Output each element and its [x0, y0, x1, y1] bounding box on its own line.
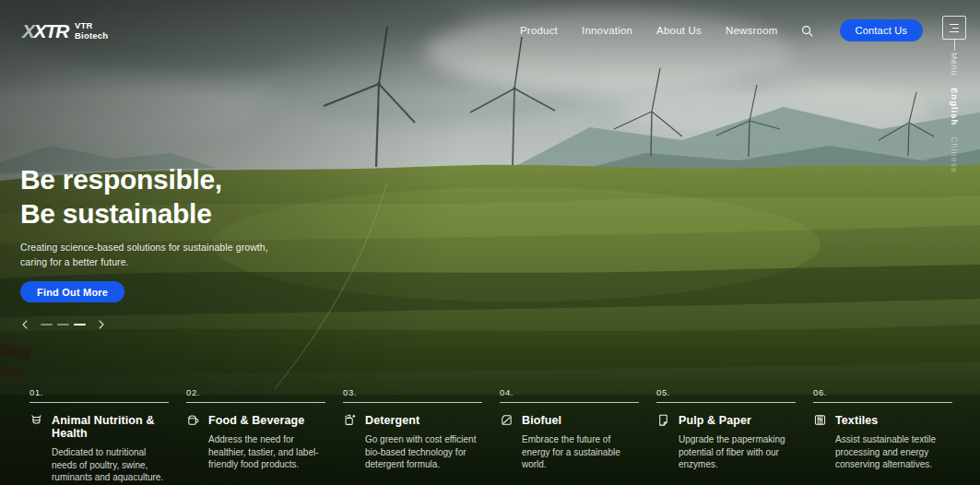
rail-divider: [954, 40, 955, 51]
category-number: 06.: [813, 387, 952, 397]
logo-name: VTR Biotech: [75, 21, 108, 41]
carousel-indicators: [41, 324, 86, 325]
category-food-beverage[interactable]: 02. Food & Beverage Address the need for…: [186, 387, 325, 484]
menu-label: Menu: [950, 53, 959, 76]
hero-section: Be responsible, Be sustainable Creating …: [20, 162, 417, 330]
chevron-right-icon[interactable]: [97, 319, 106, 330]
category-description: Address the need for healthier, tastier,…: [208, 433, 325, 471]
detergent-bottle-icon: [343, 413, 357, 427]
search-icon[interactable]: [798, 22, 816, 40]
brand-logo[interactable]: XXTR VTR Biotech: [22, 21, 108, 41]
fabric-icon: [813, 413, 827, 427]
hero-title-line1: Be responsible,: [20, 162, 417, 196]
category-rule: [186, 402, 325, 403]
hero-subtitle: Creating science-based solutions for sus…: [20, 240, 417, 269]
carousel-dash-1[interactable]: [41, 324, 53, 325]
carousel-dash-3[interactable]: [74, 324, 86, 325]
category-title: Detergent: [365, 414, 419, 427]
find-out-more-button[interactable]: Find Out More: [20, 281, 124, 302]
category-rule: [343, 402, 482, 403]
landing-page: XXTR VTR Biotech Product Innovation Abou…: [0, 0, 980, 485]
mug-icon: [186, 413, 200, 427]
language-chinese[interactable]: Chinese: [950, 136, 959, 173]
category-description: Upgrade the papermaking potential of fib…: [679, 433, 796, 471]
hero-title-line2: Be sustainable: [20, 196, 417, 231]
category-animal-nutrition[interactable]: 01. Animal Nutrition & Health Dedicated …: [30, 387, 169, 484]
language-english[interactable]: English: [950, 88, 960, 125]
nav-item-about-us[interactable]: About Us: [656, 19, 702, 41]
hamburger-menu-icon[interactable]: [942, 16, 966, 40]
category-rule: [813, 402, 952, 403]
nav-item-newsroom[interactable]: Newsroom: [726, 19, 778, 41]
contact-us-button[interactable]: Contact Us: [840, 19, 923, 41]
hero-subtitle-line2: caring for a better future.: [20, 254, 417, 269]
category-rule: [656, 402, 796, 403]
category-description: Dedicated to nutritional needs of poultr…: [52, 446, 169, 484]
chevron-left-icon[interactable]: [20, 319, 30, 330]
nav-item-product[interactable]: Product: [520, 19, 558, 41]
carousel-dash-2[interactable]: [57, 324, 69, 325]
logo-name-line2: Biotech: [75, 31, 108, 41]
category-description: Go green with cost efficient bio-based t…: [365, 433, 482, 471]
category-title: Food & Beverage: [208, 414, 304, 427]
main-nav: Product Innovation About Us Newsroom Con…: [520, 19, 923, 41]
category-biofuel[interactable]: 04. Biofuel Embrace the future of energy…: [500, 387, 639, 484]
category-textiles[interactable]: 06. Textiles Assist sustainable textile …: [813, 387, 952, 484]
category-rule: [500, 402, 639, 403]
category-pulp-paper[interactable]: 05. Pulp & Paper Upgrade the papermaking…: [656, 387, 796, 484]
logo-mark: XXTR: [22, 22, 68, 41]
category-title: Textiles: [835, 414, 878, 427]
category-title: Pulp & Paper: [679, 414, 751, 427]
category-number: 01.: [30, 387, 169, 397]
side-rail: Menu English Chinese: [937, 16, 972, 173]
carousel-controls: [20, 319, 417, 330]
logo-name-line1: VTR: [75, 21, 108, 31]
category-description: Embrace the future of energy for a susta…: [522, 433, 639, 471]
category-title: Animal Nutrition & Health: [52, 414, 169, 440]
fuel-can-icon: [500, 413, 514, 427]
hero-title: Be responsible, Be sustainable: [20, 162, 417, 231]
category-detergent[interactable]: 03. Detergent Go green with cost efficie…: [343, 387, 482, 484]
category-number: 03.: [343, 387, 482, 397]
hero-subtitle-line1: Creating science-based solutions for sus…: [20, 240, 417, 254]
category-rule: [30, 402, 169, 403]
category-title: Biofuel: [522, 414, 561, 427]
nav-item-innovation[interactable]: Innovation: [582, 19, 632, 41]
header: XXTR VTR Biotech Product Innovation Abou…: [0, 0, 980, 59]
category-number: 02.: [186, 387, 325, 397]
category-description: Assist sustainable textile processing an…: [835, 433, 952, 471]
category-number: 05.: [656, 387, 796, 397]
paper-icon: [656, 413, 670, 427]
categories-section: 01. Animal Nutrition & Health Dedicated …: [0, 387, 980, 484]
category-number: 04.: [500, 387, 639, 397]
cow-icon: [30, 413, 43, 427]
